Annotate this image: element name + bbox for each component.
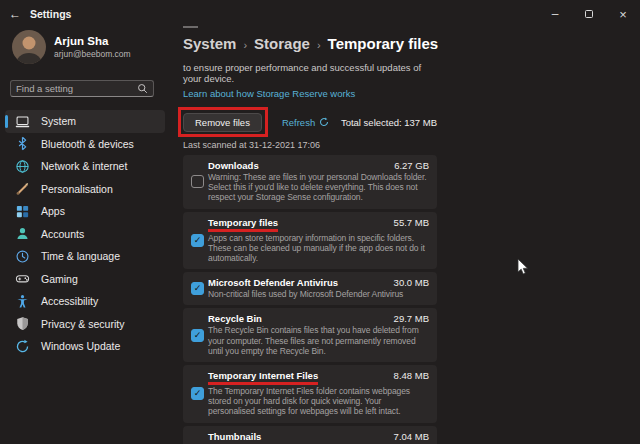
category-card: ✓ Microsoft Defender Antivirus 30.0 MB N… (183, 272, 437, 305)
category-card: ✓ Temporary files 55.7 MB Apps can store… (183, 212, 437, 270)
category-title: Temporary files (208, 217, 278, 232)
mouse-cursor (517, 258, 529, 276)
intro-text: to ensure proper performance and success… (183, 62, 437, 84)
refresh-icon (319, 117, 329, 127)
settings-window: ← Settings – × Arjun Sha arjun@beebom.co… (0, 0, 640, 444)
category-size: 55.7 MB (394, 217, 429, 228)
category-card: ✓ Recycle Bin 29.7 MB The Recycle Bin co… (183, 308, 437, 362)
profile-name: Arjun Sha (54, 35, 131, 47)
user-profile[interactable]: Arjun Sha arjun@beebom.com (12, 30, 131, 64)
category-description: The Temporary Internet Files folder cont… (208, 386, 429, 417)
sidebar-item-time-language[interactable]: Time & language (5, 245, 165, 268)
refresh-label: Refresh (282, 117, 315, 128)
accessibility-icon (15, 294, 30, 309)
category-description: Warning: These are files in your persona… (208, 172, 429, 203)
checkmark-icon: ✓ (194, 389, 202, 398)
category-size: 8.48 MB (394, 370, 429, 381)
storage-reserve-link[interactable]: Learn about how Storage Reserve works (183, 88, 437, 99)
window-title: Settings (30, 8, 71, 20)
breadcrumb-system[interactable]: System (183, 35, 236, 52)
sidebar-item-accounts[interactable]: Accounts (5, 223, 165, 246)
sidebar-item-accessibility[interactable]: Accessibility (5, 290, 165, 313)
sidebar-item-network-internet[interactable]: Network & internet (5, 155, 165, 178)
sidebar-item-label: Time & language (41, 250, 120, 262)
checkmark-icon: ✓ (194, 284, 202, 293)
time-icon (15, 249, 30, 264)
sidebar-item-label: Gaming (41, 273, 78, 285)
sidebar-item-personalisation[interactable]: Personalisation (5, 178, 165, 201)
category-checkbox[interactable]: ✓ (191, 329, 204, 342)
sidebar-item-label: System (41, 115, 76, 127)
chevron-right-icon: › (236, 39, 254, 51)
privacy-icon (15, 316, 30, 331)
window-controls: – × (538, 0, 640, 28)
category-description: Apps can store temporary information in … (208, 233, 429, 264)
page-title: Temporary files (328, 35, 439, 52)
breadcrumb: System›Storage›Temporary files (183, 34, 437, 55)
sidebar-item-label: Bluetooth & devices (41, 138, 134, 150)
sidebar-item-gaming[interactable]: Gaming (5, 268, 165, 291)
titlebar: ← Settings – × (0, 0, 640, 28)
sidebar-item-label: Accessibility (41, 295, 98, 307)
search-box[interactable] (10, 80, 154, 97)
sidebar-item-bluetooth-devices[interactable]: Bluetooth & devices (5, 133, 165, 156)
back-arrow-icon[interactable]: ← (0, 7, 30, 21)
breadcrumb-storage[interactable]: Storage (254, 35, 310, 52)
category-card: ✓ Downloads 6.27 GB Warning: These are f… (183, 155, 437, 209)
sidebar-item-label: Personalisation (41, 183, 113, 195)
category-title: Downloads (208, 160, 259, 171)
sidebar-item-system[interactable]: System (5, 110, 165, 133)
toolbar: Remove files Refresh Total selected: 137… (183, 110, 437, 134)
clipped-scrolled-content (183, 26, 198, 28)
sidebar-nav: System Bluetooth & devices Network & int… (5, 110, 165, 358)
sidebar: Arjun Sha arjun@beebom.com System Blueto… (0, 28, 172, 444)
update-icon (15, 339, 30, 354)
category-size: 30.0 MB (394, 277, 429, 288)
accounts-icon (15, 226, 30, 241)
search-input[interactable] (16, 83, 137, 94)
category-size: 7.04 MB (394, 431, 429, 442)
maximize-icon[interactable] (572, 0, 606, 28)
sidebar-item-privacy-security[interactable]: Privacy & security (5, 313, 165, 336)
close-icon[interactable]: × (606, 0, 640, 28)
category-title: Temporary Internet Files (208, 370, 318, 385)
minimize-icon[interactable]: – (538, 0, 572, 28)
bluetooth-icon (15, 136, 30, 151)
apps-icon (15, 204, 30, 219)
sidebar-item-label: Network & internet (41, 160, 127, 172)
category-title: Recycle Bin (208, 313, 262, 324)
main-content: System›Storage›Temporary files to ensure… (183, 28, 437, 444)
last-scanned: Last scanned at 31-12-2021 17:06 (183, 140, 437, 150)
refresh-button[interactable]: Refresh (282, 117, 329, 128)
sidebar-item-apps[interactable]: Apps (5, 200, 165, 223)
checkmark-icon: ✓ (194, 236, 202, 245)
chevron-right-icon: › (310, 39, 328, 51)
remove-files-button[interactable]: Remove files (183, 113, 262, 133)
category-checkbox[interactable]: ✓ (191, 175, 204, 188)
category-card: ✓ Temporary Internet Files 8.48 MB The T… (183, 365, 437, 423)
network-icon (15, 159, 30, 174)
category-title: Microsoft Defender Antivirus (208, 277, 338, 288)
category-card: ✓ Thumbnails 7.04 MB Windows keeps a cop… (183, 426, 437, 444)
system-icon (15, 114, 30, 129)
sidebar-item-label: Apps (41, 205, 65, 217)
category-description: The Recycle Bin contains files that you … (208, 325, 429, 356)
sidebar-item-label: Privacy & security (41, 318, 124, 330)
checkmark-icon: ✓ (194, 331, 202, 340)
personalisation-icon (15, 181, 30, 196)
category-checkbox[interactable]: ✓ (191, 234, 204, 247)
sidebar-item-windows-update[interactable]: Windows Update (5, 335, 165, 358)
sidebar-item-label: Windows Update (41, 340, 120, 352)
category-checkbox[interactable]: ✓ (191, 387, 204, 400)
category-size: 6.27 GB (394, 160, 429, 171)
gaming-icon (15, 271, 30, 286)
category-description: Non-critical files used by Microsoft Def… (208, 289, 429, 299)
profile-email: arjun@beebom.com (54, 49, 131, 59)
category-checkbox[interactable]: ✓ (191, 282, 204, 295)
category-size: 29.7 MB (394, 313, 429, 324)
temp-files-list: ✓ Downloads 6.27 GB Warning: These are f… (183, 155, 437, 444)
category-title: Thumbnails (208, 431, 261, 442)
avatar (12, 30, 46, 64)
search-icon (137, 83, 148, 94)
sidebar-item-label: Accounts (41, 228, 84, 240)
